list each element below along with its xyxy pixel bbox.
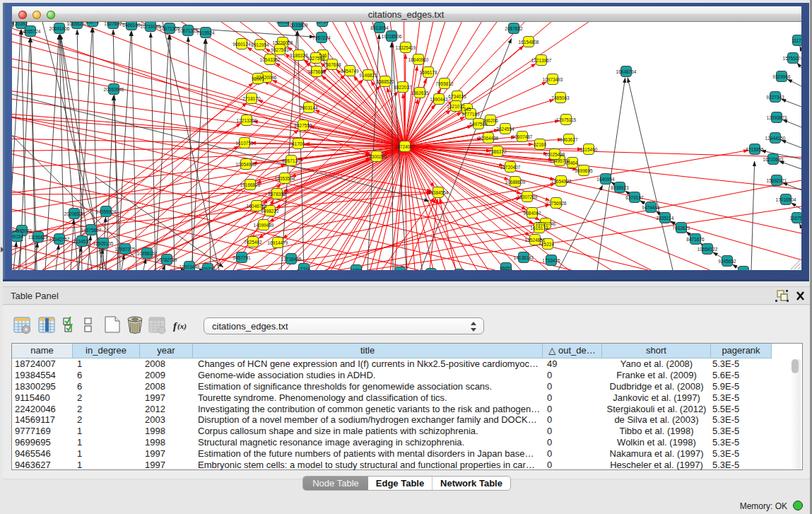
svg-text:19654923: 19654923 [551,179,572,184]
svg-text:12444150: 12444150 [765,136,786,141]
svg-text:10543362: 10543362 [260,57,281,62]
svg-text:19218506: 19218506 [382,34,402,39]
svg-text:18640910: 18640910 [408,57,429,62]
svg-text:8427552: 8427552 [294,123,312,128]
svg-text:6466160: 6466160 [122,23,141,28]
svg-text:12093873: 12093873 [767,115,787,120]
svg-text:7386372: 7386372 [488,149,507,154]
svg-text:12975115: 12975115 [556,117,577,122]
svg-text:345: 345 [464,107,471,112]
svg-text:10671315: 10671315 [178,28,199,33]
svg-text:9474444: 9474444 [642,205,660,210]
svg-text:7632621: 7632621 [672,226,690,230]
svg-text:17016504: 17016504 [776,197,796,202]
svg-text:19384554: 19384554 [428,190,449,195]
svg-text:8878352: 8878352 [268,192,286,197]
svg-text:20364436: 20364436 [478,136,499,141]
svg-text:10756928: 10756928 [546,201,567,206]
svg-text:9660124: 9660124 [233,42,251,47]
svg-text:16671355: 16671355 [160,26,180,31]
svg-text:8267130: 8267130 [282,158,300,163]
svg-text:10958167: 10958167 [137,251,158,256]
svg-text:8938923: 8938923 [611,185,629,190]
svg-text:14136141: 14136141 [514,255,534,260]
svg-text:10654933: 10654933 [236,162,257,167]
svg-text:1362635: 1362635 [411,90,429,95]
svg-text:13716485: 13716485 [281,257,302,262]
svg-text:2367608: 2367608 [323,62,341,67]
svg-text:98901: 98901 [252,76,264,81]
svg-text:8822037: 8822037 [394,85,412,90]
svg-text:8498222: 8498222 [261,209,279,214]
svg-text:7515524: 7515524 [196,30,215,35]
svg-text:9327508: 9327508 [307,56,325,61]
svg-text:6734023: 6734023 [448,94,466,99]
svg-text:2087682: 2087682 [505,26,523,31]
svg-text:10896: 10896 [350,268,363,271]
svg-text:9115460: 9115460 [580,147,598,152]
svg-text:41700: 41700 [292,141,305,146]
svg-text:1990443: 1990443 [430,97,448,102]
svg-text:129234: 129234 [200,267,216,271]
svg-text:1733476: 1733476 [542,258,560,263]
svg-text:15720407: 15720407 [500,165,521,170]
svg-text:1640954: 1640954 [596,177,615,182]
svg-text:8215955: 8215955 [746,147,764,152]
svg-text:19166825: 19166825 [240,182,261,187]
svg-text:9459762: 9459762 [734,269,753,271]
svg-text:7955812: 7955812 [435,81,454,86]
svg-text:6379197: 6379197 [625,195,644,200]
svg-text:2935114: 2935114 [657,216,674,221]
svg-text:1405: 1405 [12,22,14,25]
svg-text:18307269: 18307269 [517,194,538,199]
svg-text:96651: 96651 [500,266,512,271]
svg-text:7625402: 7625402 [244,240,262,245]
svg-text:2803144: 2803144 [300,105,318,110]
svg-text:13325419: 13325419 [396,45,416,50]
svg-text:9464: 9464 [567,160,578,165]
svg-text:746206: 746206 [483,118,498,123]
svg-text:9457791: 9457791 [233,255,251,260]
svg-text:25224: 25224 [541,242,554,247]
svg-text:15751074: 15751074 [783,56,801,61]
svg-text:19375867: 19375867 [81,228,102,233]
svg-text:9245652: 9245652 [718,259,736,264]
svg-text:12353594: 12353594 [275,176,295,181]
svg-text:17957275: 17957275 [115,247,136,252]
svg-text:12824: 12824 [394,270,406,271]
svg-text:10688609: 10688609 [505,180,526,185]
svg-text:17334: 17334 [298,267,310,271]
svg-text:10607487: 10607487 [512,134,533,139]
svg-text:10973493: 10973493 [543,77,563,82]
svg-text:12213369: 12213369 [237,118,257,123]
svg-text:9777169: 9777169 [461,112,480,117]
svg-text:15226058: 15226058 [273,40,293,45]
svg-text:15276: 15276 [86,22,99,24]
svg-text:14055724: 14055724 [20,29,41,34]
svg-text:15754: 15754 [316,22,329,24]
svg-text:1615172: 1615172 [530,226,548,230]
svg-text:12923448: 12923448 [180,264,200,269]
svg-text:12505135: 12505135 [93,241,114,246]
svg-text:7485063: 7485063 [551,95,570,100]
svg-text:14535061: 14535061 [12,228,33,233]
svg-text:9699695: 9699695 [575,168,593,173]
svg-text:16210643: 16210643 [763,157,784,162]
svg-text:9329966: 9329966 [772,74,791,79]
svg-text:20691406: 20691406 [49,26,70,31]
svg-text:8471676: 8471676 [686,237,705,242]
svg-text:8454749: 8454749 [341,69,359,74]
svg-text:8186328: 8186328 [290,53,308,58]
svg-text:10654122: 10654122 [698,247,718,252]
svg-text:16914479: 16914479 [268,240,288,245]
svg-text:10655267: 10655267 [67,22,88,26]
svg-text:9146821: 9146821 [359,73,377,78]
svg-text:20206576: 20206576 [64,211,85,216]
svg-text:16154808: 16154808 [519,40,539,45]
svg-text:14099489: 14099489 [254,223,274,228]
svg-text:9827503: 9827503 [271,47,289,52]
svg-text:62160: 62160 [534,142,546,147]
svg-text:16033809: 16033809 [288,23,308,28]
svg-text:1610755: 1610755 [235,141,254,146]
svg-text:2718170: 2718170 [242,96,261,101]
